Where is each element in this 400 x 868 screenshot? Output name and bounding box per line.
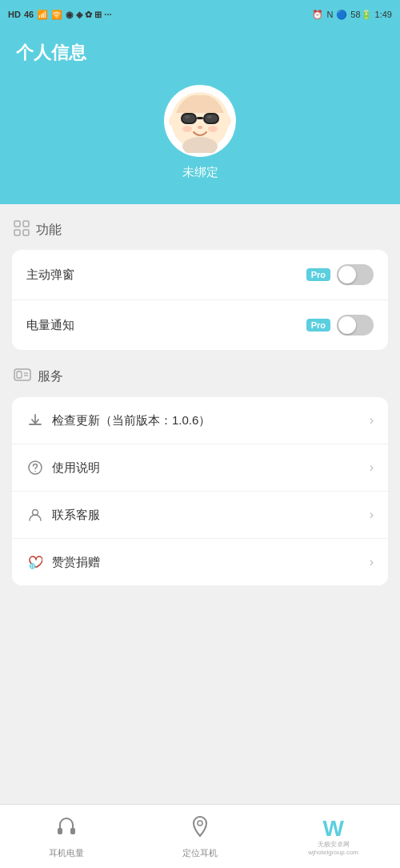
nav-label-headphone-battery: 耳机电量	[49, 847, 84, 859]
feature-item-battery: 电量通知 Pro	[12, 300, 388, 350]
svg-point-13	[208, 126, 218, 132]
service-guide-arrow: ›	[370, 460, 374, 475]
toggle-popup[interactable]	[337, 264, 374, 285]
help-icon	[26, 459, 44, 476]
service-donate-arrow: ›	[370, 555, 374, 569]
profile-name: 未绑定	[182, 165, 218, 180]
services-section: 服务 检查更新（当前版本：1.0.6） ›	[12, 366, 388, 585]
watermark-logo: W 无极安卓网 wjhotelgroup.com	[302, 817, 366, 857]
nav-item-headphone-battery[interactable]: 耳机电量	[0, 808, 134, 866]
status-network: 46	[24, 10, 34, 19]
features-header: 功能	[12, 220, 388, 240]
svg-rect-14	[14, 221, 20, 227]
svg-rect-6	[205, 115, 218, 123]
pro-badge-popup: Pro	[306, 268, 330, 281]
features-card: 主动弹窗 Pro 电量通知 Pro	[12, 250, 388, 350]
status-signal: 📶	[37, 10, 48, 20]
avatar-image	[168, 89, 232, 153]
service-guide-left: 使用说明	[26, 459, 100, 476]
service-donate-left: 赞赏捐赠	[26, 553, 100, 571]
status-right: ⏰ N 🔵 58🔋 1:49	[312, 10, 392, 20]
svg-point-7	[185, 115, 190, 119]
avatar[interactable]	[164, 85, 236, 157]
download-icon	[26, 412, 44, 429]
status-icons: ◉ ◈ ✿ ⊞ ···	[66, 10, 111, 20]
svg-point-9	[198, 126, 202, 129]
service-item-contact[interactable]: 联系客服 ›	[12, 492, 388, 539]
svg-point-29	[198, 821, 202, 826]
feature-battery-label: 电量通知	[26, 318, 74, 333]
watermark-site-name: 无极安卓网	[318, 840, 350, 849]
svg-rect-26	[58, 828, 62, 834]
svg-point-8	[207, 115, 212, 119]
service-contact-left: 联系客服	[26, 506, 100, 524]
services-header: 服务	[12, 366, 388, 388]
feature-battery-controls: Pro	[306, 315, 374, 336]
service-item-donate[interactable]: 赞赏捐赠 ›	[12, 539, 388, 585]
services-icon	[14, 366, 31, 388]
feature-popup-label: 主动弹窗	[26, 267, 74, 283]
features-icon	[14, 220, 30, 240]
service-contact-label: 联系客服	[52, 508, 100, 523]
status-time: 1:49	[375, 10, 392, 19]
bottom-nav: 耳机电量 定位耳机 W 无极安卓网 wjhotelgroup.com	[0, 804, 400, 868]
features-section: 功能 主动弹窗 Pro 电量通知 Pro	[12, 220, 388, 350]
status-nfc: N	[326, 10, 333, 19]
svg-point-11	[223, 115, 231, 127]
features-title: 功能	[36, 222, 62, 239]
header: 个人信息	[0, 29, 400, 69]
svg-rect-27	[70, 828, 75, 834]
toggle-battery[interactable]	[337, 315, 374, 336]
svg-point-10	[169, 115, 177, 127]
status-left: HD 46 📶 🛜 ◉ ◈ ✿ ⊞ ···	[8, 10, 112, 20]
feature-item-popup: 主动弹窗 Pro	[12, 250, 388, 300]
service-update-arrow: ›	[370, 413, 374, 428]
services-card: 检查更新（当前版本：1.0.6） › 使用说明 ›	[12, 397, 388, 585]
services-title: 服务	[38, 368, 63, 385]
status-alarm: ⏰	[312, 10, 323, 20]
svg-rect-15	[23, 221, 29, 227]
nav-label-locate-headphone: 定位耳机	[182, 847, 218, 859]
svg-rect-16	[14, 230, 20, 235]
feature-popup-controls: Pro	[306, 264, 374, 285]
locate-headphone-icon	[188, 814, 212, 844]
service-update-left: 检查更新（当前版本：1.0.6）	[26, 412, 210, 429]
svg-point-23	[34, 471, 36, 472]
service-contact-arrow: ›	[370, 508, 374, 522]
service-guide-label: 使用说明	[52, 460, 100, 476]
feature-popup-label-container: 主动弹窗	[26, 267, 74, 283]
service-donate-label: 赞赏捐赠	[52, 555, 100, 570]
status-bluetooth: 🔵	[336, 10, 347, 20]
watermark-site-url: wjhotelgroup.com	[308, 849, 358, 856]
service-item-guide[interactable]: 使用说明 ›	[12, 444, 388, 492]
contact-icon	[26, 506, 44, 524]
headphone-battery-icon	[54, 814, 78, 844]
service-update-label: 检查更新（当前版本：1.0.6）	[52, 413, 210, 428]
page-title: 个人信息	[16, 41, 86, 65]
svg-rect-19	[17, 372, 22, 378]
status-bar: HD 46 📶 🛜 ◉ ◈ ✿ ⊞ ··· ⏰ N 🔵 58🔋 1:49	[0, 0, 400, 29]
status-battery: 58🔋	[350, 10, 371, 20]
svg-rect-4	[197, 117, 203, 119]
svg-rect-28	[65, 831, 68, 833]
service-item-update[interactable]: 检查更新（当前版本：1.0.6） ›	[12, 397, 388, 444]
watermark-w-letter: W	[322, 818, 343, 840]
svg-rect-5	[182, 115, 195, 123]
profile-section: 未绑定	[0, 69, 400, 204]
content-area: 功能 主动弹窗 Pro 电量通知 Pro	[0, 204, 400, 681]
nav-item-logo: W 无极安卓网 wjhotelgroup.com	[266, 817, 400, 857]
status-hd: HD	[8, 10, 21, 19]
pro-badge-battery: Pro	[306, 319, 330, 332]
svg-point-12	[182, 126, 192, 132]
status-wifi: 🛜	[51, 10, 62, 20]
donate-icon	[26, 553, 44, 571]
nav-item-locate-headphone[interactable]: 定位耳机	[134, 808, 267, 866]
feature-battery-label-container: 电量通知	[26, 318, 74, 333]
svg-rect-17	[23, 230, 29, 235]
